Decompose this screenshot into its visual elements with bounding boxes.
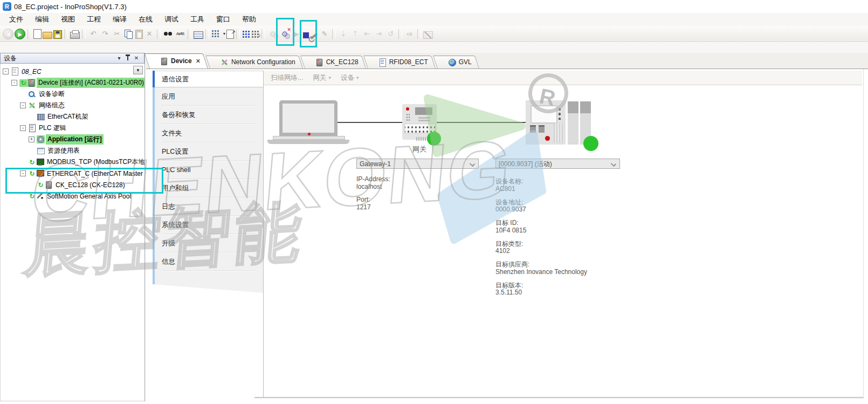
expander-icon[interactable]: -	[20, 125, 26, 131]
tab-gvl[interactable]: GVL	[437, 56, 479, 69]
toolbar-separator	[157, 29, 161, 39]
open-project-button[interactable]	[43, 32, 52, 39]
tree-item-device-diagnosis[interactable]: ↻ 设备诊断	[1, 88, 144, 100]
plc-display	[531, 105, 557, 124]
tree-item-modbus-tcp[interactable]: ↻ MODBUS_TCP (ModbusTCP本地从站	[1, 156, 144, 168]
computer-base	[267, 140, 349, 144]
nav-item-plc-shell[interactable]: PLC shell	[153, 161, 263, 179]
menu-item[interactable]: 帮助	[236, 13, 262, 25]
step-over-button[interactable]: ⇣	[338, 29, 349, 39]
menu-item[interactable]: 窗口	[210, 13, 236, 25]
menu-item[interactable]: 在线	[133, 13, 159, 25]
step-out-button[interactable]: ⇤	[362, 29, 373, 39]
application-window: R 08_EC.project - InoProShop(V1.7.3) 文件编…	[0, 0, 868, 404]
project-icon	[11, 67, 19, 76]
forward-button[interactable]: ▶	[15, 29, 25, 39]
nav-item-communication-settings[interactable]: 通信设置	[153, 71, 263, 87]
nav-item-system-settings[interactable]: 系统设置	[153, 216, 263, 234]
tree-item-label: PLC 逻辑	[37, 123, 68, 133]
tree-dropdown-button[interactable]: ▼	[133, 66, 143, 74]
editor-button-label: 网关	[313, 73, 326, 83]
device-select-value: [0000.9037] (活动)	[499, 160, 552, 168]
undo-button[interactable]: ↶	[88, 29, 99, 39]
tab-network-configuration[interactable]: Network Configuration	[210, 56, 303, 69]
panel-menu-icon[interactable]: ▾	[115, 54, 123, 62]
devices-panel-header: 设备 ▾ ✕	[0, 53, 144, 64]
menu-item[interactable]: 视图	[55, 13, 81, 25]
menu-item[interactable]: 工具	[184, 13, 210, 25]
cut-button[interactable]: ✂	[112, 29, 122, 39]
tree-item-resource-usage[interactable]: ↻ 资源使用表	[1, 145, 144, 156]
tab-close-icon[interactable]: ✕	[196, 58, 201, 65]
tree-item-application[interactable]: + ↻ Application [运行]	[1, 134, 144, 145]
new-project-button[interactable]	[33, 29, 42, 39]
expander-icon[interactable]	[20, 91, 26, 97]
expander-icon[interactable]	[20, 159, 26, 165]
device-select[interactable]: [0000.9037] (活动)	[495, 159, 620, 169]
delete-button[interactable]: ✕	[144, 29, 155, 39]
application-gear-icon	[37, 135, 45, 143]
expander-icon[interactable]: +	[29, 136, 35, 142]
expander-icon[interactable]: -	[11, 80, 17, 86]
nav-item-information[interactable]: 信息	[153, 252, 263, 271]
expander-icon[interactable]	[29, 148, 35, 154]
edit-button[interactable]: ✎	[319, 29, 330, 39]
toolbar-separator	[417, 29, 421, 39]
menu-item[interactable]: 编辑	[29, 13, 55, 25]
export-document-button[interactable]: ↗	[226, 30, 234, 39]
nav-item-plc-settings[interactable]: PLC设置	[153, 142, 263, 161]
print-button[interactable]	[70, 32, 80, 39]
online-status-icon: ↻	[19, 79, 27, 87]
expander-icon[interactable]	[29, 114, 35, 120]
tree-item-label: 网络组态	[37, 100, 66, 111]
panel-splitter[interactable]	[144, 53, 146, 401]
scan-network-button[interactable]: 扫描网络...	[266, 73, 307, 83]
reset-button[interactable]: ↺	[385, 29, 396, 39]
redo-button[interactable]: ↷	[100, 29, 111, 39]
menu-item[interactable]: 工程	[81, 13, 107, 25]
nav-item-files[interactable]: 文件夹	[153, 124, 263, 142]
input-assistant-button[interactable]	[194, 31, 203, 39]
nav-item-application[interactable]: 应用	[153, 87, 263, 106]
tab-device[interactable]: Device ✕	[149, 53, 208, 69]
flow-control-button[interactable]: ⇨	[404, 29, 415, 39]
tree-item-ethercat-rack[interactable]: ↻ EtherCAT机架	[1, 111, 144, 122]
tree-item-device[interactable]: - ↻ Device [连接的] (AC801-0221-U0R0)	[1, 77, 144, 88]
find-button[interactable]	[163, 29, 174, 39]
tab-rfid08-ect[interactable]: RFID08_ECT	[368, 56, 436, 69]
copy-button[interactable]	[123, 29, 134, 40]
expander-icon[interactable]: -	[3, 69, 9, 74]
update-device-button[interactable]	[242, 30, 250, 38]
pin-icon[interactable]	[123, 54, 132, 62]
tree-item-project[interactable]: - ↻ 08_EC	[1, 66, 144, 77]
gateway-select[interactable]: Gateway-1	[356, 159, 479, 169]
paste-button[interactable]	[135, 30, 143, 39]
menu-item[interactable]: 编译	[107, 13, 133, 25]
nav-item-users-groups[interactable]: 用户和组	[153, 179, 263, 197]
info-value: 1217	[356, 204, 475, 211]
device-menu-button[interactable]: 设备▾	[336, 73, 363, 83]
add-device-button[interactable]: ▾	[211, 29, 225, 39]
save-button[interactable]	[53, 30, 62, 39]
back-button[interactable]: ◀	[3, 29, 13, 39]
tree-item-plc-logic[interactable]: - ↻ PLC 逻辑	[1, 122, 144, 134]
nav-item-log[interactable]: 日志	[153, 197, 263, 216]
nav-item-upgrade[interactable]: 升级	[153, 234, 263, 252]
force-values-button[interactable]	[423, 31, 433, 39]
step-into-button[interactable]: ⇡	[350, 29, 361, 39]
info-label: 目标 ID:	[495, 220, 646, 227]
computer-keyboard	[273, 136, 345, 140]
menu-item[interactable]: 文件	[3, 13, 29, 25]
close-icon[interactable]: ✕	[132, 54, 141, 62]
gateway-menu-button[interactable]: 网关▾	[308, 73, 335, 83]
expander-icon[interactable]: -	[20, 102, 26, 108]
replace-button[interactable]: A⇄B	[175, 29, 185, 39]
tab-ck-ec128[interactable]: CK_EC128	[305, 56, 366, 69]
info-label: 目标版本:	[495, 282, 646, 290]
run-to-cursor-button[interactable]: ⇥	[374, 29, 384, 39]
expander-icon[interactable]	[20, 193, 26, 199]
download-button[interactable]: ↓	[251, 30, 259, 38]
menu-item[interactable]: 调试	[159, 13, 184, 25]
nav-item-backup-restore[interactable]: 备份和恢复	[153, 106, 263, 124]
tree-item-network-config[interactable]: - ↻ 网络组态	[1, 100, 144, 111]
